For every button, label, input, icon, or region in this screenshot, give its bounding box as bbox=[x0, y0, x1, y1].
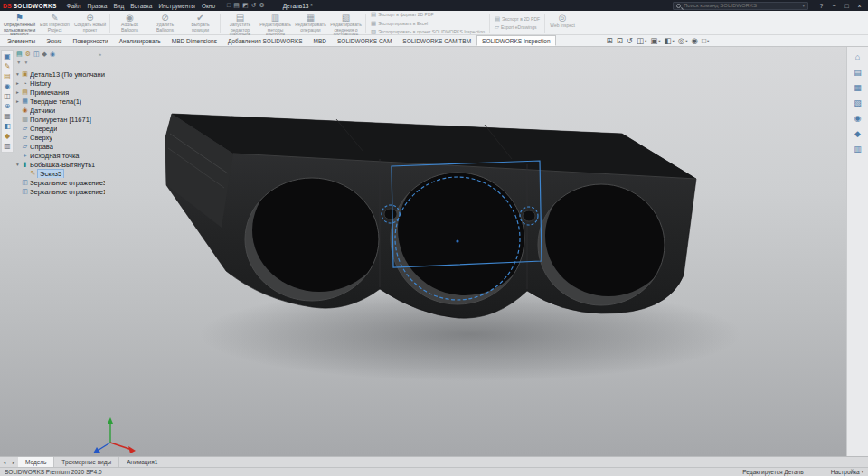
chevron-down-icon[interactable]: ▾ bbox=[645, 39, 646, 43]
tab-inspection[interactable]: SOLIDWORKS Inspection bbox=[476, 35, 556, 46]
export-excel-row[interactable]: ▦ Экспортировать в Excel bbox=[371, 20, 485, 27]
configurationmanager-tab-icon[interactable]: ◫ bbox=[33, 51, 40, 58]
half-square-icon[interactable]: ◧ bbox=[4, 122, 11, 130]
pin-hole[interactable] bbox=[384, 209, 397, 219]
chevron-down-icon[interactable]: ▾ bbox=[707, 39, 709, 43]
expander-icon[interactable]: ▸ bbox=[14, 80, 21, 86]
expander-icon[interactable]: ▾ bbox=[14, 162, 21, 167]
tree-item-annotations[interactable]: ▸ ▤ Примечания bbox=[14, 88, 105, 97]
tree-item-mirror-10[interactable]: ◫ Зеркальное отражение10 bbox=[14, 187, 105, 196]
part-model-3d[interactable] bbox=[0, 47, 846, 456]
export-2dpdf-short-row[interactable]: ▤ Экспорт в 2D PDF bbox=[495, 15, 540, 23]
pencil-icon[interactable]: ✎ bbox=[5, 62, 11, 70]
tab-animation1[interactable]: Анимация1 bbox=[119, 457, 165, 467]
delete-balloons-button[interactable]: ⊘ Удалить Balloons bbox=[147, 12, 183, 34]
tree-item-history[interactable]: ▸ ◔ History bbox=[14, 79, 105, 88]
add-edit-balloons-button[interactable]: ◉ Add/Edit Balloons bbox=[112, 12, 147, 34]
tree-item-boss-extrude[interactable]: ▾ ▮ Бобышка-Вытянуть1 bbox=[14, 160, 105, 169]
scene-icon[interactable]: ◆ bbox=[854, 129, 861, 138]
propertymanager-tab-icon[interactable]: ⚙ bbox=[25, 51, 31, 58]
search-caret-icon[interactable]: ▾ bbox=[802, 3, 805, 8]
file-explorer-icon[interactable]: ▦ bbox=[854, 83, 862, 92]
zoom-area-icon[interactable]: ⊡ bbox=[617, 36, 623, 45]
tab-surfaces[interactable]: Поверхности bbox=[68, 35, 114, 46]
design-library-icon[interactable]: ▤ bbox=[854, 68, 862, 77]
tab-scroll-left-icon[interactable]: ◂ bbox=[0, 457, 9, 467]
minimize-button[interactable]: − bbox=[828, 3, 840, 9]
edit-appearance-icon[interactable]: ◉ bbox=[692, 36, 698, 45]
scene-icon[interactable]: □ bbox=[702, 36, 706, 45]
tab-scroll-right-icon[interactable]: ▸ bbox=[9, 457, 18, 467]
section-view-icon[interactable]: ◫ bbox=[637, 36, 644, 45]
help-button[interactable]: ? bbox=[816, 3, 827, 9]
folder-icon[interactable]: ▤ bbox=[4, 72, 11, 80]
save-icon[interactable]: ◩ bbox=[242, 2, 249, 9]
pin-hole[interactable] bbox=[523, 210, 535, 221]
grid-icon[interactable]: ▦ bbox=[4, 112, 11, 120]
circle-icon[interactable]: ◉ bbox=[5, 82, 11, 90]
tree-item-top-plane[interactable]: ▱ Сверху bbox=[14, 133, 105, 142]
open-file-icon[interactable]: ▤ bbox=[233, 2, 240, 9]
select-positions-button[interactable]: ✔ Выбрать позиции bbox=[183, 12, 218, 34]
view-palette-icon[interactable]: ▧ bbox=[854, 98, 862, 107]
lined-square-icon[interactable]: ▥ bbox=[4, 142, 11, 150]
tab-addins[interactable]: Добавления SOLIDWORKS bbox=[222, 35, 308, 46]
export-project-row[interactable]: ▨ Экспортировать в проект SOLIDWORKS Ins… bbox=[371, 28, 485, 35]
menu-file[interactable]: Файл bbox=[64, 3, 84, 9]
menu-window[interactable]: Окно bbox=[199, 3, 218, 9]
maximize-button[interactable]: □ bbox=[841, 3, 853, 9]
export-2dpdf-row[interactable]: ▤ Экспорт в формат 2D PDF bbox=[371, 11, 485, 18]
plus-circle-icon[interactable]: ⊕ bbox=[5, 102, 11, 110]
user-defined-route-button[interactable]: ⚑ Определенный пользователем маршрут bbox=[2, 12, 37, 34]
expander-icon[interactable]: ▾ bbox=[14, 71, 21, 77]
filter-funnel-icon[interactable]: ▼ bbox=[16, 60, 21, 65]
tree-item-mirror-3[interactable]: ◫ Зеркальное отражение3 bbox=[14, 178, 105, 187]
tree-item-solid-bodies[interactable]: ▸ ▦ Твердые тела(1) bbox=[14, 97, 105, 106]
dimxpertmanager-tab-icon[interactable]: ◆ bbox=[42, 51, 47, 58]
appearances-sphere-icon[interactable]: ◉ bbox=[854, 114, 862, 123]
tab-3d-views[interactable]: Трехмерные виды bbox=[54, 457, 119, 467]
new-file-icon[interactable]: □ bbox=[227, 2, 231, 9]
displaymanager-tab-icon[interactable]: ◉ bbox=[50, 51, 55, 58]
zoom-fit-icon[interactable]: ⊞ bbox=[607, 36, 613, 45]
tree-item-front-plane[interactable]: ▱ Спереди bbox=[14, 124, 105, 133]
close-button[interactable]: × bbox=[854, 3, 865, 9]
menu-edit[interactable]: Правка bbox=[85, 3, 110, 9]
display-style-icon[interactable]: ◧ bbox=[665, 36, 672, 45]
edit-operations-button[interactable]: ▦ Редактировать операции bbox=[293, 12, 328, 34]
tab-mbd-dimensions[interactable]: MBD Dimensions bbox=[166, 35, 222, 46]
search-input[interactable] bbox=[684, 3, 799, 8]
menu-tools[interactable]: Инструменты bbox=[156, 3, 198, 9]
sketch-center-point[interactable] bbox=[456, 239, 458, 242]
custom-properties-icon[interactable]: ▥ bbox=[854, 145, 862, 154]
chevron-down-icon[interactable]: ▾ bbox=[658, 39, 660, 43]
cube-icon[interactable]: ▣ bbox=[4, 52, 11, 61]
configuration-selector[interactable]: Настройка ▾ bbox=[831, 469, 863, 475]
tree-item-material[interactable]: ▥ Полиуретан [11671] bbox=[14, 115, 105, 124]
hide-show-items-icon[interactable]: ◎ bbox=[678, 36, 684, 45]
panel-expand-icon[interactable]: » bbox=[99, 51, 101, 57]
tab-cam-tbm[interactable]: SOLIDWORKS CAM TBM bbox=[397, 35, 476, 46]
tree-root-part[interactable]: ▾ ▣ Деталь13 (По умолчанию<По умолч... bbox=[14, 70, 105, 79]
web-inspect-button[interactable]: ◎ Web Inspect bbox=[547, 12, 578, 34]
diamond-icon[interactable]: ◆ bbox=[5, 132, 10, 140]
tab-evaluate[interactable]: Анализировать bbox=[114, 35, 166, 46]
tree-item-right-plane[interactable]: ▱ Справа bbox=[14, 142, 105, 151]
tab-cam[interactable]: SOLIDWORKS CAM bbox=[332, 35, 397, 46]
edit-methods-button[interactable]: ▥ Редактировать методы контроля bbox=[258, 12, 293, 34]
tree-item-sensors[interactable]: ◉ Датчики bbox=[14, 106, 105, 115]
export-edrawings-row[interactable]: ▱ Export eDrawings bbox=[495, 23, 540, 31]
template-editor-button[interactable]: ▤ Запустить редактор шаблонов bbox=[222, 12, 258, 34]
chevron-down-icon[interactable]: ▾ bbox=[24, 60, 27, 65]
command-search[interactable]: ▾ bbox=[673, 2, 808, 10]
featuremanager-tab-icon[interactable]: ▤ bbox=[16, 51, 23, 58]
view-orientation-icon[interactable]: ▣ bbox=[650, 36, 657, 45]
edit-inspection-project-button[interactable]: ✎ Edit Inspection Project bbox=[37, 12, 72, 34]
tree-item-origin[interactable]: + Исходная точка bbox=[14, 151, 105, 160]
tab-features[interactable]: Элементы bbox=[2, 35, 41, 46]
mirror-square-icon[interactable]: ◫ bbox=[4, 92, 11, 100]
chevron-down-icon[interactable]: ▾ bbox=[673, 39, 675, 43]
expander-icon[interactable]: ▸ bbox=[14, 89, 21, 95]
tab-mbd[interactable]: MBD bbox=[308, 35, 332, 46]
graphics-viewport[interactable]: ▣ ✎ ▤ ◉ ◫ ⊕ ▦ ◧ ◆ ▥ ▤ ⚙ ◫ ◆ ◉ » ▼ ▾ ▾ ▣ … bbox=[0, 47, 846, 456]
